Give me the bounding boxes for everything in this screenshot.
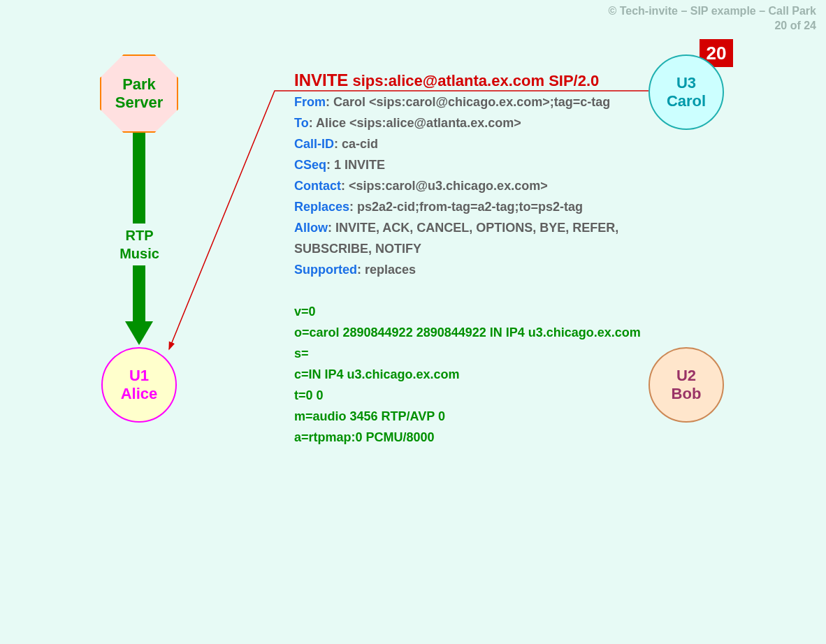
sdp-m: m=audio 3456 RTP/AVP 0 — [294, 406, 665, 427]
node-alice: U1 Alice — [101, 347, 177, 423]
sdp-o: o=carol 2890844922 2890844922 IN IP4 u3.… — [294, 322, 665, 343]
hdr-contact: Contact: <sips:carol@u3.chicago.ex.com> — [294, 175, 665, 196]
bob-label-2: Bob — [672, 385, 702, 403]
sdp-c: c=IN IP4 u3.chicago.ex.com — [294, 364, 665, 385]
alice-label-1: U1 — [129, 367, 149, 385]
sip-request-uri: sips:alice@atlanta.ex.com SIP/2.0 — [348, 72, 599, 89]
bob-label-1: U2 — [676, 367, 696, 385]
hdr-allow: Allow: INVITE, ACK, CANCEL, OPTIONS, BYE… — [294, 217, 665, 259]
carol-label-1: U3 — [676, 74, 696, 92]
park-server-label-1: Park — [122, 75, 156, 94]
park-server-label-2: Server — [115, 94, 164, 112]
rtp-label-1: RTP — [126, 228, 154, 243]
sip-request-line: INVITE sips:alice@atlanta.ex.com SIP/2.0 — [294, 70, 665, 92]
node-park-server: Park Server — [100, 54, 178, 133]
header-line1: © Tech-invite – SIP example – Call Park — [608, 4, 816, 19]
rtp-arrow-head-icon — [125, 321, 153, 345]
header-line2: 20 of 24 — [608, 19, 816, 34]
hdr-replaces: Replaces: ps2a2-cid;from-tag=a2-tag;to=p… — [294, 196, 665, 217]
alice-label-2: Alice — [121, 385, 158, 403]
hdr-callid: Call-ID: ca-cid — [294, 133, 665, 154]
hdr-to: To: Alice <sips:alice@atlanta.ex.com> — [294, 112, 665, 133]
rtp-label-2: Music — [119, 246, 159, 261]
sip-message-block: INVITE sips:alice@atlanta.ex.com SIP/2.0… — [294, 70, 665, 448]
header-credit: © Tech-invite – SIP example – Call Park … — [608, 4, 816, 34]
carol-label-2: Carol — [667, 92, 706, 110]
sdp-t: t=0 0 — [294, 385, 665, 406]
sdp-v: v=0 — [294, 301, 665, 322]
rtp-label: RTP Music — [106, 224, 173, 265]
sip-method: INVITE — [294, 71, 348, 89]
hdr-from: From: Carol <sips:carol@chicago.ex.com>;… — [294, 92, 665, 112]
sdp-body: v=0 o=carol 2890844922 2890844922 IN IP4… — [294, 301, 665, 448]
hdr-cseq: CSeq: 1 INVITE — [294, 154, 665, 175]
sdp-a: a=rtpmap:0 PCMU/8000 — [294, 427, 665, 448]
sdp-s: s= — [294, 343, 665, 364]
hdr-supported: Supported: replaces — [294, 259, 665, 280]
